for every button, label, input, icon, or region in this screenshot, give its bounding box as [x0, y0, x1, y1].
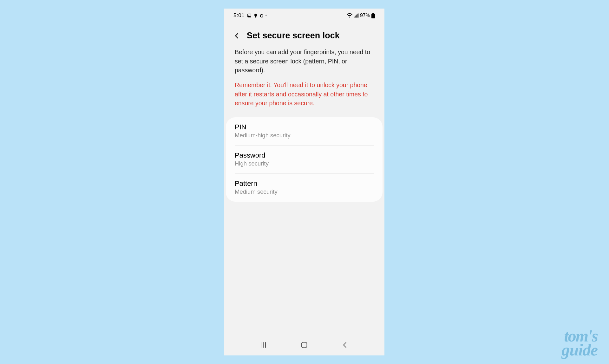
watermark-line2: guide — [562, 343, 598, 357]
wifi-icon — [347, 13, 352, 18]
home-icon — [301, 341, 308, 348]
svg-rect-2 — [372, 13, 374, 14]
google-icon: G — [260, 13, 264, 18]
status-left: 5:01 G • — [233, 12, 267, 19]
app-header: Set secure screen lock — [224, 21, 384, 43]
option-title: Pattern — [235, 179, 374, 188]
option-subtitle: Medium security — [235, 188, 374, 195]
navigation-bar — [224, 337, 384, 355]
phone-screen: 5:01 G • 97% Set secure screen lock Befo… — [224, 9, 384, 355]
option-subtitle: Medium-high security — [235, 132, 374, 139]
chevron-left-icon — [233, 32, 240, 39]
lock-options-card: PIN Medium-high security Password High s… — [226, 117, 383, 202]
lightbulb-icon — [253, 13, 258, 18]
warning-text: Remember it. You'll need it to unlock yo… — [224, 76, 384, 109]
status-bar: 5:01 G • 97% — [224, 10, 384, 21]
svg-rect-1 — [371, 14, 375, 18]
svg-rect-6 — [301, 342, 307, 348]
option-title: PIN — [235, 123, 374, 131]
watermark-logo: tom's guide — [562, 329, 598, 357]
option-subtitle: High security — [235, 160, 374, 167]
nav-home-button[interactable] — [301, 341, 308, 348]
battery-icon — [371, 13, 375, 18]
status-clock: 5:01 — [233, 12, 245, 19]
back-button[interactable] — [233, 32, 240, 39]
option-pin[interactable]: PIN Medium-high security — [235, 117, 374, 146]
option-pattern[interactable]: Pattern Medium security — [235, 174, 374, 202]
nav-back-button[interactable] — [342, 341, 349, 348]
battery-percent: 97% — [360, 13, 370, 18]
signal-icon — [354, 13, 359, 18]
back-icon — [342, 341, 349, 348]
description-text: Before you can add your fingerprints, yo… — [224, 43, 384, 76]
nav-recents-button[interactable] — [260, 341, 267, 348]
status-notification-icons: G • — [247, 13, 267, 18]
status-dot-icon: • — [265, 13, 267, 18]
recents-icon — [260, 341, 267, 348]
image-icon — [247, 13, 252, 18]
option-password[interactable]: Password High security — [235, 146, 374, 174]
status-right: 97% — [347, 13, 375, 18]
option-title: Password — [235, 151, 374, 159]
page-title: Set secure screen lock — [247, 31, 340, 41]
